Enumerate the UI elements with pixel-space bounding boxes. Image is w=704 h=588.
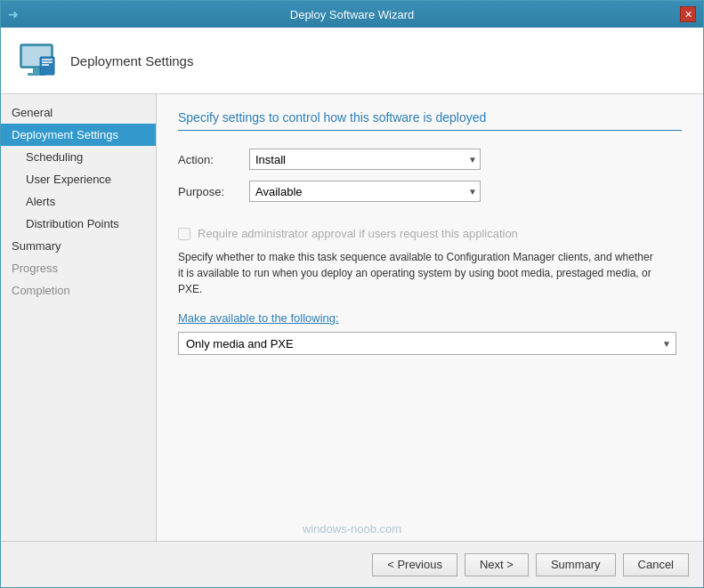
- purpose-select-wrapper: Available Required ▼: [249, 181, 481, 202]
- sidebar: General Deployment Settings Scheduling U…: [1, 94, 157, 541]
- make-available-label: Make available to the following:: [178, 311, 682, 325]
- action-row: Action: Install Uninstall ▼: [178, 149, 682, 170]
- summary-button[interactable]: Summary: [536, 553, 616, 576]
- title-bar-left: ➜: [8, 7, 19, 21]
- description-text: Specify whether to make this task sequen…: [178, 249, 659, 297]
- sidebar-item-distribution-points[interactable]: Distribution Points: [1, 213, 156, 235]
- svg-rect-5: [42, 59, 53, 60]
- wizard-header: Deployment Settings: [1, 28, 703, 94]
- main-title: Specify settings to control how this sof…: [178, 110, 682, 131]
- svg-rect-7: [42, 64, 49, 66]
- svg-rect-6: [42, 61, 53, 63]
- previous-button[interactable]: < Previous: [372, 553, 457, 576]
- sidebar-item-general[interactable]: General: [1, 101, 156, 124]
- purpose-row: Purpose: Available Required ▼: [178, 181, 682, 202]
- cancel-button-label: Cancel: [638, 558, 674, 571]
- previous-button-label: < Previous: [387, 558, 442, 571]
- window-title: Deploy Software Wizard: [290, 8, 414, 21]
- make-available-select-wrapper: Only media and PXE Configuration Manager…: [178, 332, 676, 355]
- action-label: Action:: [178, 153, 249, 166]
- sidebar-item-progress[interactable]: Progress: [1, 257, 156, 279]
- sidebar-item-summary[interactable]: Summary: [1, 235, 156, 257]
- sidebar-item-user-experience[interactable]: User Experience: [1, 168, 156, 190]
- purpose-label: Purpose:: [178, 185, 249, 198]
- wizard-body: General Deployment Settings Scheduling U…: [1, 94, 703, 541]
- summary-button-label: Summary: [551, 558, 601, 571]
- sidebar-item-scheduling[interactable]: Scheduling: [1, 146, 156, 168]
- close-button[interactable]: ✕: [680, 6, 696, 22]
- svg-rect-2: [33, 68, 40, 73]
- approval-checkbox-row: Require administrator approval if users …: [178, 227, 682, 240]
- next-button-label: Next >: [480, 558, 514, 571]
- wizard-window: ➜ Deploy Software Wizard ✕ Deployment Se…: [0, 0, 704, 588]
- wizard-footer: < Previous Next > Summary Cancel: [1, 541, 703, 587]
- cancel-button[interactable]: Cancel: [623, 553, 689, 576]
- title-bar: ➜ Deploy Software Wizard ✕: [1, 1, 703, 28]
- make-available-select[interactable]: Only media and PXE Configuration Manager…: [178, 332, 676, 355]
- next-button[interactable]: Next >: [465, 553, 529, 576]
- approval-checkbox-label: Require administrator approval if users …: [198, 227, 518, 240]
- main-panel: Specify settings to control how this sof…: [157, 94, 703, 541]
- header-title: Deployment Settings: [70, 53, 193, 68]
- sidebar-item-alerts[interactable]: Alerts: [1, 190, 156, 213]
- sidebar-item-deployment-settings[interactable]: Deployment Settings: [1, 124, 156, 146]
- action-select[interactable]: Install Uninstall: [249, 149, 481, 170]
- purpose-select[interactable]: Available Required: [249, 181, 481, 202]
- deployment-icon: [15, 39, 58, 82]
- sidebar-item-completion[interactable]: Completion: [1, 279, 156, 302]
- approval-checkbox[interactable]: [178, 228, 190, 240]
- arrow-icon: ➜: [8, 7, 19, 21]
- action-select-wrapper: Install Uninstall ▼: [249, 149, 481, 170]
